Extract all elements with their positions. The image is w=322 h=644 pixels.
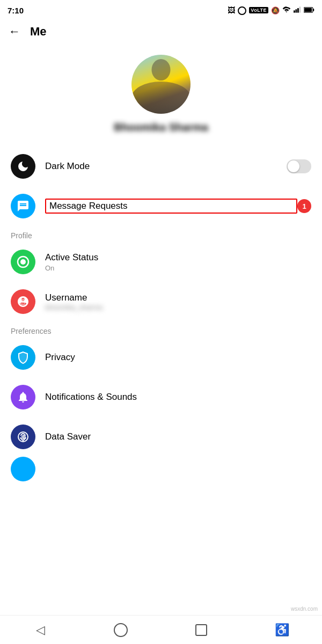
status-bar: 7:10 🖼 VoLTE 🔕 (0, 0, 322, 19)
more-icon-circle (11, 457, 35, 481)
status-icons: 🖼 VoLTE 🔕 (228, 5, 314, 15)
profile-section: Bhoomika Sharma (0, 44, 322, 147)
privacy-item[interactable]: Privacy (0, 338, 322, 377)
notifications-icon-circle (11, 385, 35, 409)
bottom-nav: ◁ ♿ (0, 615, 322, 644)
mute-icon: 🔕 (271, 6, 280, 14)
active-status-sublabel: On (45, 264, 311, 272)
dark-mode-label: Dark Mode (45, 161, 287, 172)
user-name: Bhoomika Sharma (114, 121, 208, 134)
active-status-icon-circle (11, 250, 35, 274)
svg-rect-5 (313, 9, 314, 11)
messenger-icon (238, 6, 246, 15)
username-value: bhoomika_sharma (45, 303, 311, 311)
active-status-content: Active Status On (45, 252, 311, 272)
nav-recents-icon (195, 624, 207, 636)
toggle-knob (288, 160, 299, 172)
privacy-label: Privacy (45, 352, 311, 363)
watermark: wsxdn.com (291, 606, 318, 612)
active-status-label: Active Status (45, 252, 311, 263)
message-requests-item[interactable]: Message Requests 1 (0, 186, 322, 226)
svg-rect-1 (296, 9, 297, 12)
dark-mode-toggle[interactable] (287, 159, 311, 173)
message-requests-icon-circle (11, 194, 35, 218)
svg-point-8 (20, 259, 26, 265)
svg-rect-0 (294, 10, 295, 12)
username-content: Username bhoomika_sharma (45, 292, 311, 311)
nav-home-icon (114, 623, 128, 637)
notifications-content: Notifications & Sounds (45, 392, 311, 402)
message-requests-content: Message Requests (45, 199, 297, 214)
notifications-item[interactable]: Notifications & Sounds (0, 377, 322, 417)
active-status-item[interactable]: Active Status On (0, 242, 322, 282)
svg-rect-2 (297, 8, 299, 12)
notifications-label: Notifications & Sounds (45, 392, 311, 402)
data-saver-item[interactable]: ⊕ Data Saver (0, 417, 322, 457)
svg-point-13 (18, 464, 28, 474)
page-title: Me (30, 25, 47, 39)
status-time: 7:10 (8, 6, 24, 15)
data-saver-label: Data Saver (45, 431, 311, 442)
message-requests-label: Message Requests (49, 201, 128, 211)
privacy-content: Privacy (45, 352, 311, 363)
nav-back-icon: ◁ (36, 623, 45, 637)
signal-icon (294, 5, 301, 15)
data-saver-icon-circle: ⊕ (11, 425, 35, 449)
svg-text:@: @ (20, 297, 27, 305)
dark-mode-icon-circle (11, 154, 35, 179)
wifi-icon (282, 5, 291, 15)
battery-icon (304, 5, 314, 15)
back-button[interactable]: ← (9, 26, 20, 38)
nav-accessibility-icon: ♿ (275, 623, 289, 637)
preferences-section-label: Preferences (0, 321, 322, 338)
dark-mode-content: Dark Mode (45, 161, 287, 172)
privacy-icon-circle (11, 345, 35, 370)
nav-accessibility-button[interactable]: ♿ (266, 619, 298, 641)
svg-rect-3 (299, 6, 301, 12)
nav-home-button[interactable] (105, 619, 137, 641)
message-requests-badge: 1 (297, 199, 311, 213)
username-icon-circle: @ (11, 289, 35, 314)
volte-badge: VoLTE (249, 7, 268, 13)
header: ← Me (0, 19, 322, 44)
more-item[interactable] (0, 457, 322, 481)
username-item[interactable]: @ Username bhoomika_sharma (0, 282, 322, 321)
username-label: Username (45, 292, 311, 303)
svg-rect-6 (304, 8, 312, 12)
nav-back-button[interactable]: ◁ (24, 619, 56, 641)
profile-section-label: Profile (0, 226, 322, 242)
dark-mode-item[interactable]: Dark Mode (0, 147, 322, 186)
data-saver-content: Data Saver (45, 431, 311, 442)
avatar[interactable] (131, 55, 191, 114)
nav-recents-button[interactable] (185, 619, 217, 641)
gallery-icon: 🖼 (228, 6, 235, 14)
message-requests-highlight: Message Requests (45, 199, 297, 214)
